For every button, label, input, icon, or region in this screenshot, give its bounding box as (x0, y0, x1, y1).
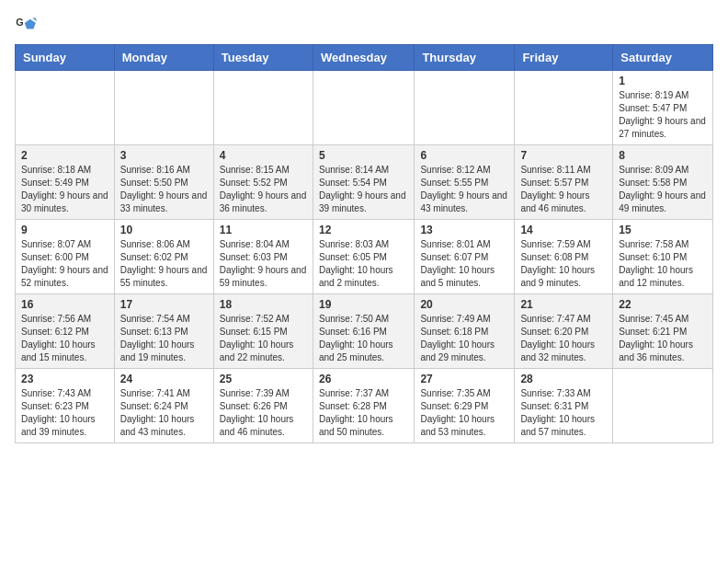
day-number: 22 (619, 298, 707, 311)
day-info: Sunrise: 8:01 AM Sunset: 6:07 PM Dayligh… (420, 238, 508, 290)
day-info: Sunrise: 7:43 AM Sunset: 6:23 PM Dayligh… (21, 387, 108, 439)
day-number: 26 (319, 373, 408, 385)
calendar-cell: 12Sunrise: 8:03 AM Sunset: 6:05 PM Dayli… (313, 220, 414, 294)
calendar-cell (114, 71, 213, 145)
calendar-header-row: SundayMondayTuesdayWednesdayThursdayFrid… (16, 45, 713, 71)
day-info: Sunrise: 8:12 AM Sunset: 5:55 PM Dayligh… (420, 164, 508, 215)
calendar-cell: 18Sunrise: 7:52 AM Sunset: 6:15 PM Dayli… (213, 294, 313, 369)
day-number: 5 (319, 149, 408, 162)
day-info: Sunrise: 7:56 AM Sunset: 6:12 PM Dayligh… (21, 313, 108, 364)
day-header-thursday: Thursday (415, 45, 515, 71)
calendar-cell: 3Sunrise: 8:16 AM Sunset: 5:50 PM Daylig… (114, 145, 213, 220)
week-row-4: 16Sunrise: 7:56 AM Sunset: 6:12 PM Dayli… (16, 294, 713, 369)
week-row-2: 2Sunrise: 8:18 AM Sunset: 5:49 PM Daylig… (16, 145, 713, 220)
day-info: Sunrise: 8:07 AM Sunset: 6:00 PM Dayligh… (21, 238, 108, 290)
day-info: Sunrise: 8:09 AM Sunset: 5:58 PM Dayligh… (619, 164, 707, 215)
calendar-cell: 14Sunrise: 7:59 AM Sunset: 6:08 PM Dayli… (515, 220, 613, 294)
day-number: 17 (120, 298, 208, 311)
calendar-cell: 11Sunrise: 8:04 AM Sunset: 6:03 PM Dayli… (213, 220, 313, 294)
calendar-cell: 1Sunrise: 8:19 AM Sunset: 5:47 PM Daylig… (613, 71, 713, 145)
calendar-cell: 5Sunrise: 8:14 AM Sunset: 5:54 PM Daylig… (313, 145, 414, 220)
day-info: Sunrise: 7:58 AM Sunset: 6:10 PM Dayligh… (619, 238, 707, 290)
day-header-monday: Monday (114, 45, 213, 71)
day-info: Sunrise: 7:54 AM Sunset: 6:13 PM Dayligh… (120, 313, 208, 364)
day-header-friday: Friday (515, 45, 613, 71)
calendar-cell (613, 369, 713, 443)
day-info: Sunrise: 7:41 AM Sunset: 6:24 PM Dayligh… (120, 387, 208, 439)
day-number: 6 (420, 149, 508, 162)
calendar-cell: 27Sunrise: 7:35 AM Sunset: 6:29 PM Dayli… (415, 369, 515, 443)
logo: G (15, 15, 40, 37)
calendar-cell: 15Sunrise: 7:58 AM Sunset: 6:10 PM Dayli… (613, 220, 713, 294)
calendar-cell: 22Sunrise: 7:45 AM Sunset: 6:21 PM Dayli… (613, 294, 713, 369)
day-header-saturday: Saturday (613, 45, 713, 71)
calendar-cell: 25Sunrise: 7:39 AM Sunset: 6:26 PM Dayli… (213, 369, 313, 443)
calendar-cell: 7Sunrise: 8:11 AM Sunset: 5:57 PM Daylig… (515, 145, 613, 220)
calendar-cell: 8Sunrise: 8:09 AM Sunset: 5:58 PM Daylig… (613, 145, 713, 220)
day-info: Sunrise: 8:03 AM Sunset: 6:05 PM Dayligh… (319, 238, 408, 290)
day-number: 14 (520, 224, 607, 236)
svg-marker-1 (25, 19, 36, 29)
calendar-cell: 9Sunrise: 8:07 AM Sunset: 6:00 PM Daylig… (16, 220, 115, 294)
calendar-cell: 4Sunrise: 8:15 AM Sunset: 5:52 PM Daylig… (213, 145, 313, 220)
day-info: Sunrise: 7:33 AM Sunset: 6:31 PM Dayligh… (520, 387, 607, 439)
day-number: 20 (420, 298, 508, 311)
calendar-cell: 26Sunrise: 7:37 AM Sunset: 6:28 PM Dayli… (313, 369, 414, 443)
week-row-1: 1Sunrise: 8:19 AM Sunset: 5:47 PM Daylig… (16, 71, 713, 145)
day-header-sunday: Sunday (16, 45, 115, 71)
day-info: Sunrise: 8:14 AM Sunset: 5:54 PM Dayligh… (319, 164, 408, 215)
week-row-3: 9Sunrise: 8:07 AM Sunset: 6:00 PM Daylig… (16, 220, 713, 294)
day-number: 28 (520, 373, 607, 385)
day-info: Sunrise: 8:06 AM Sunset: 6:02 PM Dayligh… (120, 238, 208, 290)
week-row-5: 23Sunrise: 7:43 AM Sunset: 6:23 PM Dayli… (16, 369, 713, 443)
day-info: Sunrise: 7:47 AM Sunset: 6:20 PM Dayligh… (520, 313, 607, 364)
day-number: 21 (520, 298, 607, 311)
day-info: Sunrise: 8:11 AM Sunset: 5:57 PM Dayligh… (520, 164, 607, 215)
day-number: 12 (319, 224, 408, 236)
calendar-cell: 21Sunrise: 7:47 AM Sunset: 6:20 PM Dayli… (515, 294, 613, 369)
day-number: 3 (120, 149, 208, 162)
calendar-cell (415, 71, 515, 145)
svg-marker-2 (32, 18, 37, 22)
day-info: Sunrise: 7:35 AM Sunset: 6:29 PM Dayligh… (420, 387, 508, 439)
day-number: 11 (220, 224, 307, 236)
day-info: Sunrise: 7:49 AM Sunset: 6:18 PM Dayligh… (420, 313, 508, 364)
day-info: Sunrise: 8:19 AM Sunset: 5:47 PM Dayligh… (619, 89, 707, 141)
logo-icon: G (15, 15, 37, 37)
calendar-cell: 17Sunrise: 7:54 AM Sunset: 6:13 PM Dayli… (114, 294, 213, 369)
calendar-cell: 13Sunrise: 8:01 AM Sunset: 6:07 PM Dayli… (415, 220, 515, 294)
day-info: Sunrise: 8:15 AM Sunset: 5:52 PM Dayligh… (220, 164, 307, 215)
day-number: 24 (120, 373, 208, 385)
day-info: Sunrise: 7:45 AM Sunset: 6:21 PM Dayligh… (619, 313, 707, 364)
day-number: 1 (619, 75, 707, 87)
day-number: 10 (120, 224, 208, 236)
day-number: 9 (21, 224, 108, 236)
calendar-cell (515, 71, 613, 145)
day-header-tuesday: Tuesday (213, 45, 313, 71)
calendar-cell (16, 71, 115, 145)
day-info: Sunrise: 7:52 AM Sunset: 6:15 PM Dayligh… (220, 313, 307, 364)
day-info: Sunrise: 8:16 AM Sunset: 5:50 PM Dayligh… (120, 164, 208, 215)
day-number: 16 (21, 298, 108, 311)
day-number: 25 (220, 373, 307, 385)
header: G (15, 15, 713, 37)
calendar-cell: 16Sunrise: 7:56 AM Sunset: 6:12 PM Dayli… (16, 294, 115, 369)
calendar-cell: 2Sunrise: 8:18 AM Sunset: 5:49 PM Daylig… (16, 145, 115, 220)
calendar-cell: 19Sunrise: 7:50 AM Sunset: 6:16 PM Dayli… (313, 294, 414, 369)
day-info: Sunrise: 8:04 AM Sunset: 6:03 PM Dayligh… (220, 238, 307, 290)
day-info: Sunrise: 8:18 AM Sunset: 5:49 PM Dayligh… (21, 164, 108, 215)
calendar-cell (213, 71, 313, 145)
day-number: 4 (220, 149, 307, 162)
day-number: 15 (619, 224, 707, 236)
day-number: 13 (420, 224, 508, 236)
day-number: 27 (420, 373, 508, 385)
day-number: 2 (21, 149, 108, 162)
day-number: 23 (21, 373, 108, 385)
day-info: Sunrise: 7:59 AM Sunset: 6:08 PM Dayligh… (520, 238, 607, 290)
svg-text:G: G (16, 17, 23, 28)
calendar-cell: 6Sunrise: 8:12 AM Sunset: 5:55 PM Daylig… (415, 145, 515, 220)
calendar-cell: 23Sunrise: 7:43 AM Sunset: 6:23 PM Dayli… (16, 369, 115, 443)
calendar-table: SundayMondayTuesdayWednesdayThursdayFrid… (15, 44, 713, 443)
day-number: 19 (319, 298, 408, 311)
day-info: Sunrise: 7:37 AM Sunset: 6:28 PM Dayligh… (319, 387, 408, 439)
